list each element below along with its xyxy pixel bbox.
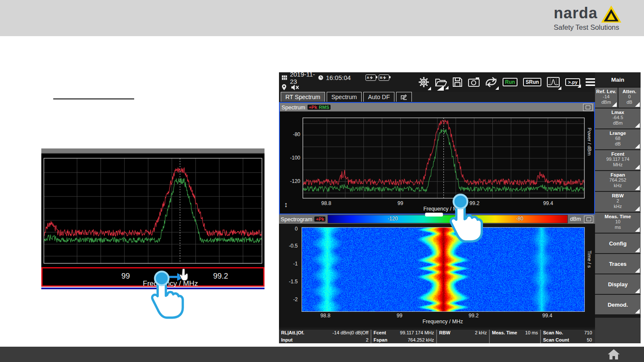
page-header: narda Safety Test Solutions — [0, 0, 644, 36]
logo-title: narda — [554, 6, 598, 21]
softkey-fcent[interactable]: Fcent 99.117 174 MHz — [595, 150, 641, 170]
power-tick: -80 — [286, 131, 300, 137]
freq-tick: 98.8 — [316, 200, 337, 206]
cropped-panel-header-strip — [41, 148, 264, 154]
freq-tick: 98.8 — [315, 313, 336, 319]
tab-rt-spectrum[interactable]: RT Spectrum — [281, 92, 325, 102]
spectrum-plot[interactable] — [302, 117, 585, 199]
softkey-traces[interactable]: Traces — [595, 254, 641, 274]
spectrum-window-button[interactable] — [583, 104, 592, 111]
tab-edit-button[interactable] — [396, 92, 412, 102]
freq-tick: 99 — [390, 200, 411, 206]
tab-auto-df[interactable]: Auto DF — [363, 92, 394, 102]
battery-b-icon: B — [379, 74, 389, 81]
softkey-atten[interactable]: Atten. 0 dB — [618, 88, 641, 108]
calendar-icon[interactable] — [282, 74, 288, 81]
time-tick: 0 — [284, 226, 298, 232]
battery-a-icon: A — [365, 74, 376, 81]
status-cell-rbw: RBW2 kHz — [436, 330, 489, 343]
softkey-rbw[interactable]: RBW 2 kHz — [595, 192, 641, 212]
spectrum-panel-header[interactable]: Spectrum +Pk RMS — [280, 103, 594, 111]
scale-unit-label: dBm — [570, 216, 581, 222]
time-tick: -1 — [284, 261, 298, 267]
save-icon[interactable] — [452, 77, 463, 87]
zoomed-spectrum-figure: 99 99.2 Frequency / MHz — [41, 148, 264, 290]
spectrogram-trace-badge: +Pk — [314, 217, 325, 222]
softkey-meas-time[interactable]: Meas. Time 10 ms — [595, 213, 641, 233]
sidebar-menu-title: Main — [595, 72, 641, 87]
view-tabs: RT Spectrum Spectrum Auto DF — [279, 92, 595, 102]
replay-arrows-icon[interactable] — [485, 77, 497, 87]
tab-spectrum[interactable]: Spectrum — [327, 92, 362, 102]
power-tick: -120 — [286, 178, 300, 184]
logo-subtitle: Safety Test Solutions — [554, 23, 622, 31]
vertical-resize-icon[interactable]: ↕ — [284, 201, 288, 209]
page: narda Safety Test Solutions 99 99.2 Freq… — [0, 0, 644, 362]
time-text: 16:05:04 — [326, 74, 351, 81]
spectrum-panel-title: Spectrum — [282, 104, 305, 111]
spectrum-panel[interactable]: Spectrum +Pk RMS -80 -100 -120 98.8 99 9… — [279, 102, 595, 214]
scale-tick: -80 — [516, 216, 523, 222]
spectrum-y-axis-label: Power / dBm — [587, 128, 592, 156]
scale-tick: -120 — [388, 216, 398, 222]
narda-triangle-icon — [601, 6, 621, 23]
spectrogram-panel[interactable]: Spectrogram +Pk -120 -100 -80 dBm 0 -0.5… — [279, 214, 595, 328]
toolbar-icons: Run SRun >.py — [389, 72, 597, 92]
freq-tick: 99.4 — [537, 313, 558, 319]
trace-view-icon[interactable] — [547, 77, 560, 87]
settings-gear-icon[interactable] — [418, 77, 429, 88]
toolbar: 2019-11-23 16:05:04 A B — [279, 72, 595, 92]
freq-tick: 99.2 — [463, 313, 484, 319]
time-tick: -0.5 — [284, 243, 298, 249]
zoomed-spectrum-plot[interactable] — [41, 154, 264, 267]
spectrogram-x-axis-label: Frequency / MHz — [302, 319, 584, 325]
status-cell-frequency: Fcent99.117 174 MHz Fspan764.252 kHz — [371, 330, 436, 343]
softkey-ref-level[interactable]: Ref. Lev. -14 dBm — [595, 88, 618, 108]
narda-logo: narda Safety Test Solutions — [554, 6, 622, 31]
touch-gesture-icon — [144, 269, 189, 319]
axis-touch-highlight — [425, 213, 443, 217]
time-tick: -2 — [284, 296, 298, 302]
trace-mode-badges: +Pk RMS — [308, 105, 331, 110]
open-file-folder-icon[interactable] — [435, 77, 447, 87]
run-button[interactable]: Run — [503, 78, 518, 86]
zoomed-spectrum-traces — [41, 154, 264, 267]
status-cell-levels: RL|Att.|Of.-14 dBm|0 dB|Off Input2 — [279, 330, 371, 343]
softkey-fspan[interactable]: Fspan 764.252 kHz — [595, 171, 641, 191]
spectrogram-y-axis-label: Time / s — [587, 251, 592, 268]
sidebar-filler — [595, 318, 641, 343]
power-tick: -100 — [286, 155, 300, 161]
time-tick: -1.5 — [284, 279, 298, 285]
srun-button[interactable]: SRun — [523, 78, 541, 86]
home-icon[interactable] — [608, 349, 620, 359]
softkey-demod[interactable]: Demod. — [595, 295, 641, 314]
softkey-lrange[interactable]: Lrange 68 dB — [595, 129, 641, 149]
status-cell-scan: Scan No.710 Scan Count50 — [540, 330, 594, 343]
freq-tick: 99 — [389, 313, 410, 319]
softkey-config[interactable]: Config — [595, 234, 641, 253]
status-bar: RL|Att.|Of.-14 dBm|0 dB|Off Input2 Fcent… — [279, 330, 595, 343]
mute-speaker-icon[interactable] — [291, 84, 299, 91]
spectrogram-window-button[interactable] — [584, 216, 593, 223]
python-script-icon[interactable]: >.py — [565, 78, 580, 86]
navigation-bar — [0, 347, 644, 362]
gps-icon[interactable] — [282, 84, 288, 91]
softkey-lmax[interactable]: Lmax -64.5 dBm — [595, 108, 641, 128]
freq-tick: 99.4 — [538, 200, 559, 206]
status-cell-meas-time: Meas. Time10 ms — [489, 330, 540, 343]
softkey-sidebar: Main Ref. Lev. -14 dBm Atten. 0 dB Lmax — [595, 72, 641, 343]
clock-icon[interactable] — [318, 74, 323, 81]
touch-gesture-icon — [442, 192, 488, 243]
screenshot-camera-icon[interactable] — [468, 77, 480, 87]
spectrogram-panel-title: Spectrogram — [281, 216, 312, 222]
toolbar-left: 2019-11-23 16:05:04 A B — [279, 72, 389, 92]
softkey-display[interactable]: Display — [595, 274, 641, 294]
heading-underline — [53, 98, 134, 100]
